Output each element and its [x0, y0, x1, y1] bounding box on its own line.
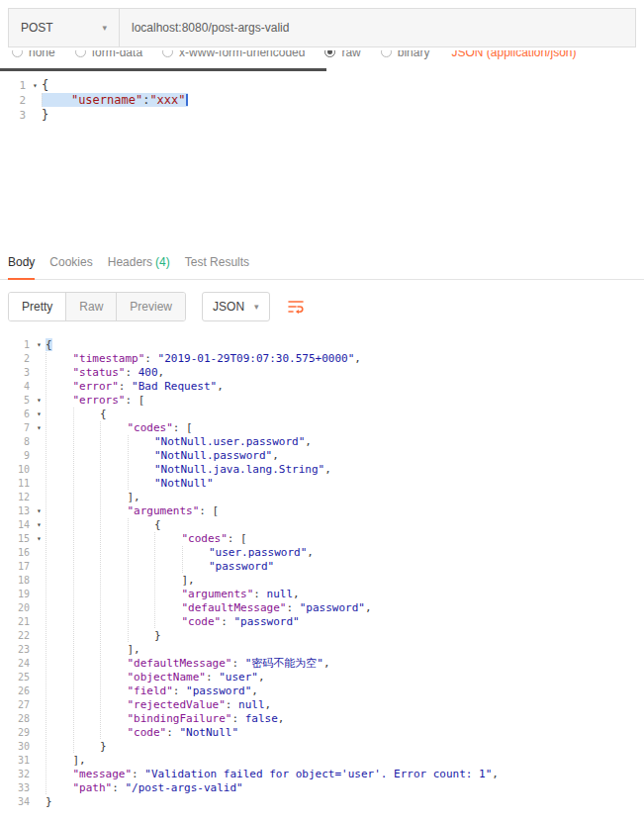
fold-toggle-icon[interactable]: ▾ [33, 504, 46, 518]
code-line[interactable]: 23 ], [0, 643, 644, 657]
code-line[interactable]: 20 "defaultMessage": "password", [0, 601, 644, 615]
line-number: 3 [0, 366, 33, 380]
code-line[interactable]: 3 "status": 400, [0, 366, 644, 380]
tab-headers[interactable]: Headers(4) [108, 245, 170, 279]
format-dropdown[interactable]: JSON ▾ [202, 292, 270, 321]
code-line[interactable]: 1▾{ [0, 338, 644, 352]
code-line[interactable]: 18 ], [0, 574, 644, 588]
line-number: 23 [0, 643, 33, 657]
body-type-option-label: raw [341, 50, 360, 59]
format-label: JSON [213, 300, 244, 314]
preview-view-button[interactable]: Preview [117, 293, 185, 320]
response-body-viewer[interactable]: 1▾{2 "timestamp": "2019-01-29T09:07:30.5… [0, 333, 644, 809]
code-text: "password" [46, 560, 644, 574]
body-type-option-none[interactable]: none [12, 50, 55, 59]
body-type-option-form-data[interactable]: form-data [75, 50, 142, 59]
code-text: "status": 400, [46, 366, 644, 380]
code-line[interactable]: 28 "bindingFailure": false, [0, 712, 644, 726]
fold-toggle-icon[interactable]: ▾ [33, 518, 46, 532]
text-selection: "username":"xxx" [42, 93, 188, 107]
code-line[interactable]: 27 "rejectedValue": null, [0, 698, 644, 712]
line-number: 29 [0, 726, 33, 740]
chevron-down-icon: ▾ [102, 24, 107, 33]
code-text: "field": "password", [46, 684, 644, 698]
code-text: "code": "NotNull" [46, 726, 644, 740]
code-text: { [42, 78, 644, 93]
line-number: 15 [0, 532, 33, 546]
line-number: 32 [0, 768, 33, 781]
fold-toggle-icon[interactable]: ▾ [29, 78, 42, 93]
headers-count-badge: (4) [155, 255, 170, 269]
code-line[interactable]: 5▾ "errors": [ [0, 394, 644, 408]
code-line[interactable]: 31 ], [0, 754, 644, 768]
code-line[interactable]: 15▾ "codes": [ [0, 532, 644, 546]
code-line[interactable]: 29 "code": "NotNull" [0, 726, 644, 740]
code-line[interactable]: 2 "timestamp": "2019-01-29T09:07:30.575+… [0, 352, 644, 366]
fold-toggle-icon[interactable]: ▾ [33, 421, 46, 435]
tab-body[interactable]: Body [8, 245, 35, 279]
code-line[interactable]: 10 "NotNull.java.lang.String", [0, 463, 644, 477]
code-line[interactable]: 6▾ { [0, 408, 644, 421]
code-text: "message": "Validation failed for object… [46, 768, 644, 781]
method-dropdown[interactable]: POST ▾ [8, 8, 120, 47]
body-type-option-binary[interactable]: binary [381, 50, 430, 59]
code-line[interactable]: 13▾ "arguments": [ [0, 504, 644, 518]
fold-toggle-icon[interactable]: ▾ [33, 532, 46, 546]
fold-toggle-icon [33, 671, 46, 684]
radio-icon [75, 50, 86, 57]
code-line[interactable]: 22 } [0, 629, 644, 643]
line-number: 24 [0, 657, 33, 671]
content-type-dropdown[interactable]: JSON (application/json) [451, 50, 576, 59]
request-body-editor[interactable]: 1▾{2 "username":"xxx"3} [0, 71, 644, 245]
raw-view-button[interactable]: Raw [66, 293, 117, 320]
line-number: 12 [0, 491, 33, 504]
code-line[interactable]: 8 "NotNull.user.password", [0, 435, 644, 449]
fold-toggle-icon [33, 477, 46, 491]
tab-test-results[interactable]: Test Results [185, 245, 249, 279]
code-line[interactable]: 16 "user.password", [0, 546, 644, 560]
code-line[interactable]: 7▾ "codes": [ [0, 421, 644, 435]
code-line[interactable]: 30 } [0, 740, 644, 754]
line-number: 33 [0, 781, 33, 795]
code-text: "errors": [ [46, 394, 644, 408]
pretty-view-button[interactable]: Pretty [9, 293, 66, 320]
code-line[interactable]: 12 ], [0, 491, 644, 504]
fold-toggle-icon [33, 352, 46, 366]
wrap-lines-icon[interactable] [286, 297, 306, 317]
code-line[interactable]: 25 "objectName": "user", [0, 671, 644, 684]
radio-icon [12, 50, 23, 57]
tab-cookies[interactable]: Cookies [49, 245, 92, 279]
code-line[interactable]: 33 "path": "/post-args-valid" [0, 781, 644, 795]
code-line[interactable]: 9 "NotNull.password", [0, 449, 644, 463]
code-line[interactable]: 26 "field": "password", [0, 684, 644, 698]
line-number: 25 [0, 671, 33, 684]
code-line[interactable]: 2 "username":"xxx" [0, 93, 644, 108]
code-line[interactable]: 34} [0, 795, 644, 809]
code-text: ], [46, 491, 644, 504]
code-line[interactable]: 3} [0, 108, 644, 123]
radio-icon [381, 50, 392, 57]
line-number: 18 [0, 574, 33, 588]
body-type-option-label: binary [398, 50, 430, 59]
code-line[interactable]: 32 "message": "Validation failed for obj… [0, 768, 644, 781]
code-line[interactable]: 4 "error": "Bad Request", [0, 380, 644, 394]
code-text: "user.password", [46, 546, 644, 560]
code-line[interactable]: 19 "arguments": null, [0, 588, 644, 601]
code-line[interactable]: 1▾{ [0, 78, 644, 93]
fold-toggle-icon [29, 93, 42, 108]
url-input[interactable] [120, 8, 636, 47]
body-type-option-label: form-data [92, 50, 142, 59]
chevron-down-icon: ▾ [254, 303, 259, 312]
fold-toggle-icon[interactable]: ▾ [33, 338, 46, 352]
body-type-option-raw[interactable]: raw [324, 50, 360, 59]
fold-toggle-icon[interactable]: ▾ [33, 408, 46, 421]
fold-toggle-icon[interactable]: ▾ [33, 394, 46, 408]
code-line[interactable]: 24 "defaultMessage": "密码不能为空", [0, 657, 644, 671]
fold-toggle-icon [33, 615, 46, 629]
code-line[interactable]: 11 "NotNull" [0, 477, 644, 491]
code-line[interactable]: 17 "password" [0, 560, 644, 574]
body-type-option-x-www-form-urlencoded[interactable]: x-www-form-urlencoded [162, 50, 305, 59]
line-number: 17 [0, 560, 33, 574]
code-line[interactable]: 14▾ { [0, 518, 644, 532]
code-line[interactable]: 21 "code": "password" [0, 615, 644, 629]
